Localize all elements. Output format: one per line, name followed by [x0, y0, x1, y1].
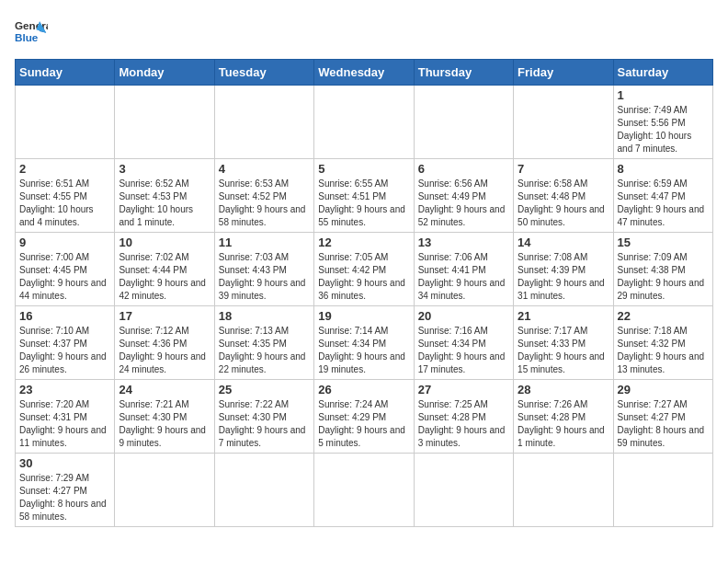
- calendar-cell: 24Sunrise: 7:21 AM Sunset: 4:30 PM Dayli…: [115, 380, 214, 454]
- calendar-cell: 25Sunrise: 7:22 AM Sunset: 4:30 PM Dayli…: [214, 380, 313, 454]
- calendar-cell: 5Sunrise: 6:55 AM Sunset: 4:51 PM Daylig…: [314, 159, 414, 233]
- week-row-5: 23Sunrise: 7:20 AM Sunset: 4:31 PM Dayli…: [16, 380, 713, 454]
- calendar-cell: 16Sunrise: 7:10 AM Sunset: 4:37 PM Dayli…: [16, 306, 115, 380]
- calendar-cell: 12Sunrise: 7:05 AM Sunset: 4:42 PM Dayli…: [314, 233, 414, 306]
- calendar-cell: 8Sunrise: 6:59 AM Sunset: 4:47 PM Daylig…: [613, 159, 712, 233]
- calendar-cell: 15Sunrise: 7:09 AM Sunset: 4:38 PM Dayli…: [613, 233, 712, 306]
- day-number: 5: [318, 162, 409, 176]
- day-number: 3: [119, 162, 210, 176]
- day-number: 20: [418, 309, 509, 323]
- day-number: 10: [119, 236, 210, 249]
- day-number: 22: [618, 309, 709, 323]
- day-number: 28: [518, 383, 609, 396]
- day-number: 29: [618, 383, 709, 396]
- weekday-header-monday: Monday: [115, 60, 214, 86]
- day-info: Sunrise: 7:10 AM Sunset: 4:37 PM Dayligh…: [19, 325, 110, 376]
- calendar-cell: [214, 454, 313, 527]
- calendar-cell: [115, 454, 214, 527]
- day-info: Sunrise: 7:49 AM Sunset: 5:56 PM Dayligh…: [618, 104, 709, 155]
- svg-text:Blue: Blue: [15, 31, 39, 43]
- day-info: Sunrise: 7:22 AM Sunset: 4:30 PM Dayligh…: [219, 398, 310, 450]
- calendar-cell: 27Sunrise: 7:25 AM Sunset: 4:28 PM Dayli…: [414, 380, 513, 454]
- calendar-cell: 10Sunrise: 7:02 AM Sunset: 4:44 PM Dayli…: [115, 233, 214, 306]
- calendar-cell: [414, 86, 513, 159]
- day-number: 30: [19, 456, 110, 470]
- day-info: Sunrise: 7:26 AM Sunset: 4:28 PM Dayligh…: [518, 398, 609, 450]
- calendar-cell: [414, 454, 513, 527]
- day-number: 1: [618, 88, 709, 102]
- header: General Blue: [15, 15, 713, 48]
- day-number: 4: [219, 162, 310, 176]
- logo-icon: General Blue: [15, 15, 48, 48]
- day-info: Sunrise: 7:24 AM Sunset: 4:29 PM Dayligh…: [318, 398, 409, 450]
- calendar-cell: 21Sunrise: 7:17 AM Sunset: 4:33 PM Dayli…: [514, 306, 613, 380]
- calendar: SundayMondayTuesdayWednesdayThursdayFrid…: [15, 59, 713, 527]
- calendar-cell: 11Sunrise: 7:03 AM Sunset: 4:43 PM Dayli…: [214, 233, 313, 306]
- day-info: Sunrise: 7:27 AM Sunset: 4:27 PM Dayligh…: [618, 398, 709, 450]
- day-number: 19: [318, 309, 409, 323]
- day-info: Sunrise: 7:21 AM Sunset: 4:30 PM Dayligh…: [119, 398, 210, 450]
- weekday-header-friday: Friday: [514, 60, 613, 86]
- day-info: Sunrise: 7:06 AM Sunset: 4:41 PM Dayligh…: [418, 251, 509, 303]
- day-info: Sunrise: 7:13 AM Sunset: 4:35 PM Dayligh…: [219, 325, 310, 376]
- day-info: Sunrise: 7:02 AM Sunset: 4:44 PM Dayligh…: [119, 251, 210, 303]
- day-number: 9: [19, 236, 110, 249]
- day-info: Sunrise: 7:00 AM Sunset: 4:45 PM Dayligh…: [19, 251, 110, 303]
- calendar-cell: 18Sunrise: 7:13 AM Sunset: 4:35 PM Dayli…: [214, 306, 313, 380]
- calendar-cell: 17Sunrise: 7:12 AM Sunset: 4:36 PM Dayli…: [115, 306, 214, 380]
- calendar-cell: 22Sunrise: 7:18 AM Sunset: 4:32 PM Dayli…: [613, 306, 712, 380]
- calendar-cell: 14Sunrise: 7:08 AM Sunset: 4:39 PM Dayli…: [514, 233, 613, 306]
- calendar-cell: [314, 86, 414, 159]
- day-number: 26: [318, 383, 409, 396]
- weekday-header-tuesday: Tuesday: [214, 60, 313, 86]
- calendar-cell: 3Sunrise: 6:52 AM Sunset: 4:53 PM Daylig…: [115, 159, 214, 233]
- day-info: Sunrise: 7:05 AM Sunset: 4:42 PM Dayligh…: [318, 251, 409, 303]
- day-info: Sunrise: 6:51 AM Sunset: 4:55 PM Dayligh…: [19, 178, 110, 229]
- day-number: 6: [418, 162, 509, 176]
- calendar-cell: 2Sunrise: 6:51 AM Sunset: 4:55 PM Daylig…: [16, 159, 115, 233]
- calendar-cell: 6Sunrise: 6:56 AM Sunset: 4:49 PM Daylig…: [414, 159, 513, 233]
- week-row-6: 30Sunrise: 7:29 AM Sunset: 4:27 PM Dayli…: [16, 454, 713, 527]
- week-row-2: 2Sunrise: 6:51 AM Sunset: 4:55 PM Daylig…: [16, 159, 713, 233]
- calendar-cell: [115, 86, 214, 159]
- calendar-cell: 23Sunrise: 7:20 AM Sunset: 4:31 PM Dayli…: [16, 380, 115, 454]
- day-info: Sunrise: 7:17 AM Sunset: 4:33 PM Dayligh…: [518, 325, 609, 376]
- weekday-header-saturday: Saturday: [613, 60, 712, 86]
- day-info: Sunrise: 6:55 AM Sunset: 4:51 PM Dayligh…: [318, 178, 409, 229]
- day-info: Sunrise: 7:03 AM Sunset: 4:43 PM Dayligh…: [219, 251, 310, 303]
- day-info: Sunrise: 7:25 AM Sunset: 4:28 PM Dayligh…: [418, 398, 509, 450]
- calendar-cell: 9Sunrise: 7:00 AM Sunset: 4:45 PM Daylig…: [16, 233, 115, 306]
- day-info: Sunrise: 6:56 AM Sunset: 4:49 PM Dayligh…: [418, 178, 509, 229]
- calendar-cell: 7Sunrise: 6:58 AM Sunset: 4:48 PM Daylig…: [514, 159, 613, 233]
- day-info: Sunrise: 7:08 AM Sunset: 4:39 PM Dayligh…: [518, 251, 609, 303]
- day-number: 13: [418, 236, 509, 249]
- day-info: Sunrise: 7:14 AM Sunset: 4:34 PM Dayligh…: [318, 325, 409, 376]
- day-number: 21: [518, 309, 609, 323]
- calendar-cell: 19Sunrise: 7:14 AM Sunset: 4:34 PM Dayli…: [314, 306, 414, 380]
- weekday-header-wednesday: Wednesday: [314, 60, 414, 86]
- calendar-cell: [314, 454, 414, 527]
- weekday-header-row: SundayMondayTuesdayWednesdayThursdayFrid…: [16, 60, 713, 86]
- calendar-cell: [514, 86, 613, 159]
- calendar-cell: 20Sunrise: 7:16 AM Sunset: 4:34 PM Dayli…: [414, 306, 513, 380]
- calendar-cell: [16, 86, 115, 159]
- day-number: 15: [618, 236, 709, 249]
- weekday-header-sunday: Sunday: [16, 60, 115, 86]
- calendar-cell: [214, 86, 313, 159]
- calendar-cell: 1Sunrise: 7:49 AM Sunset: 5:56 PM Daylig…: [613, 86, 712, 159]
- day-info: Sunrise: 6:52 AM Sunset: 4:53 PM Dayligh…: [119, 178, 210, 229]
- logo: General Blue: [15, 15, 48, 48]
- day-info: Sunrise: 7:20 AM Sunset: 4:31 PM Dayligh…: [19, 398, 110, 450]
- calendar-cell: 28Sunrise: 7:26 AM Sunset: 4:28 PM Dayli…: [514, 380, 613, 454]
- calendar-cell: 4Sunrise: 6:53 AM Sunset: 4:52 PM Daylig…: [214, 159, 313, 233]
- day-number: 17: [119, 309, 210, 323]
- day-info: Sunrise: 7:29 AM Sunset: 4:27 PM Dayligh…: [19, 472, 110, 523]
- day-number: 24: [119, 383, 210, 396]
- day-number: 23: [19, 383, 110, 396]
- day-number: 8: [618, 162, 709, 176]
- calendar-cell: 29Sunrise: 7:27 AM Sunset: 4:27 PM Dayli…: [613, 380, 712, 454]
- day-number: 25: [219, 383, 310, 396]
- day-number: 2: [19, 162, 110, 176]
- calendar-cell: [613, 454, 712, 527]
- day-number: 16: [19, 309, 110, 323]
